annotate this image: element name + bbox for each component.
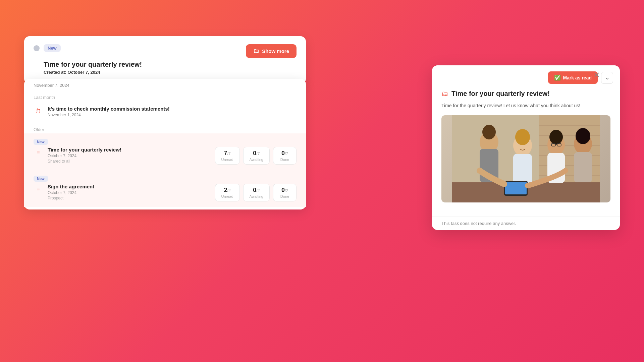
svg-point-12 xyxy=(486,125,492,131)
detail-description: Time for the quarterly review! Let us kn… xyxy=(441,102,610,109)
list-icon-1: ≡ xyxy=(34,147,43,157)
chevron-down-icon: ⌄ xyxy=(605,74,609,81)
stat-label-done-2: Done xyxy=(279,194,290,198)
notification-list-card: November 7, 2024 Last month ⏱ It's time … xyxy=(24,79,306,209)
stat-label-awaiting-2: Awaiting xyxy=(250,194,263,198)
stat-unread-1: 7/7 Unread xyxy=(215,147,240,165)
stat-label-unread-2: Unread xyxy=(221,194,233,198)
older-badge-2: New xyxy=(34,176,48,182)
detail-body: 🗂 Time for your quarterly review! Time f… xyxy=(432,87,620,217)
last-month-label: Last month xyxy=(24,90,306,101)
detail-topbar: ✅ Mark as read ⌄ xyxy=(432,65,620,87)
list-item-date: November 1, 2024 xyxy=(48,113,297,117)
stat-label-done-1: Done xyxy=(279,158,290,162)
top-notification-card: New 🗂 Show more Time for your quarterly … xyxy=(24,36,306,84)
detail-footer: This task does not require any answer. xyxy=(432,217,620,230)
stat-done-1: 0/7 Done xyxy=(273,147,297,165)
stat-value-awaiting-1: 0/7 xyxy=(250,150,263,157)
older-badge-1: New xyxy=(34,139,48,145)
stat-value-awaiting-2: 0/2 xyxy=(250,187,263,194)
show-more-button[interactable]: 🗂 Show more xyxy=(246,44,297,58)
stats-row-2: 2/2 Unread 0/2 Awaiting 0/2 Done xyxy=(215,184,297,201)
svg-point-15 xyxy=(515,129,530,145)
stat-unread-2: 2/2 Unread xyxy=(215,184,240,201)
svg-point-18 xyxy=(549,130,563,144)
older-item-2-date: October 7, 2024 xyxy=(48,190,210,195)
mark-as-read-button[interactable]: ✅ Mark as read xyxy=(548,71,598,84)
detail-image xyxy=(441,115,610,202)
list-item[interactable]: ⏱ It's time to check monthly commission … xyxy=(24,101,306,122)
older-item-2-header: New xyxy=(34,176,297,182)
card-main-header: New 🗂 Show more xyxy=(34,44,297,58)
older-item-1-sub: Shared to all xyxy=(48,159,210,164)
stat-awaiting-1: 0/7 Awaiting xyxy=(243,147,270,165)
detail-photo-svg xyxy=(441,115,610,202)
stat-awaiting-2: 0/2 Awaiting xyxy=(243,184,270,201)
svg-rect-25 xyxy=(574,152,592,182)
detail-title: Time for your quarterly review! xyxy=(451,90,550,98)
detail-footer-text: This task does not require any answer. xyxy=(441,221,516,226)
list-item-content: It's time to check monthly commission st… xyxy=(48,106,297,117)
older-item-1-date: October 7, 2024 xyxy=(48,154,210,158)
detail-panel: ✅ Mark as read ⌄ ✕ 🗂 Time for your quart… xyxy=(432,65,620,230)
older-item-1-title: Time for your quarterly review! xyxy=(48,147,210,153)
stat-value-done-1: 0/7 xyxy=(279,150,290,157)
older-item-1[interactable]: New ≡ Time for your quarterly review! Oc… xyxy=(24,133,306,170)
created-label: Created at: xyxy=(44,70,66,75)
list-icon-2: ≡ xyxy=(34,184,43,194)
older-item-2-info: Sign the agreement October 7, 2024 Prosp… xyxy=(48,184,210,200)
stat-value-unread-2: 2/2 xyxy=(221,187,233,194)
chevron-down-button[interactable]: ⌄ xyxy=(601,72,613,84)
check-circle-icon: ✅ xyxy=(554,74,561,81)
stat-value-unread-1: 7/7 xyxy=(221,150,233,157)
stat-label-unread-1: Unread xyxy=(221,158,233,162)
card-header-left: New xyxy=(34,44,61,52)
older-label: Older xyxy=(24,122,306,133)
svg-rect-27 xyxy=(505,182,527,194)
detail-title-row: 🗂 Time for your quarterly review! xyxy=(441,90,610,98)
clock-icon: ⏱ xyxy=(34,107,43,116)
card-main-title: Time for your quarterly review! xyxy=(44,61,297,68)
status-dot xyxy=(34,45,40,51)
close-button[interactable]: ✕ xyxy=(594,71,600,79)
stat-label-awaiting-1: Awaiting xyxy=(250,158,263,162)
svg-point-24 xyxy=(576,128,590,144)
created-date: October 7, 2024 xyxy=(68,70,100,75)
older-item-1-header: New xyxy=(34,139,297,145)
stat-done-2: 0/2 Done xyxy=(273,184,297,201)
older-item-1-info: Time for your quarterly review! October … xyxy=(48,147,210,164)
older-item-2-row: ≡ Sign the agreement October 7, 2024 Pro… xyxy=(34,184,297,201)
calendar-icon: 🗂 xyxy=(253,48,259,55)
list-item-title: It's time to check monthly commission st… xyxy=(48,106,297,112)
older-item-2-title: Sign the agreement xyxy=(48,184,210,189)
detail-calendar-icon: 🗂 xyxy=(441,90,448,98)
card-main-date: Created at: October 7, 2024 xyxy=(44,70,297,75)
stats-row-1: 7/7 Unread 0/7 Awaiting 0/7 Done xyxy=(215,147,297,165)
older-item-1-row: ≡ Time for your quarterly review! Octobe… xyxy=(34,147,297,165)
stat-value-done-2: 0/2 xyxy=(279,187,290,194)
new-badge: New xyxy=(44,44,61,52)
older-item-2[interactable]: New ≡ Sign the agreement October 7, 2024… xyxy=(24,170,306,207)
recent-date: November 7, 2024 xyxy=(24,79,306,90)
older-item-2-sub: Prospect xyxy=(48,196,210,200)
